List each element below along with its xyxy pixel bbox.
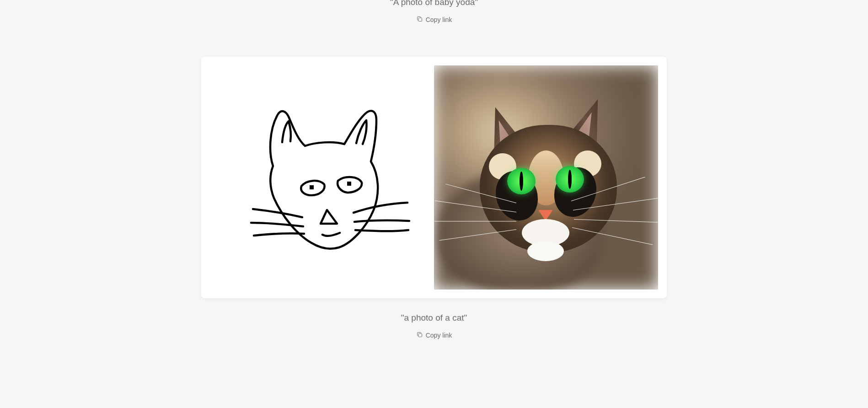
- svg-rect-1: [310, 185, 314, 189]
- copy-icon: [416, 16, 423, 24]
- image-card: [201, 57, 667, 298]
- copy-link-button-top[interactable]: Copy link: [416, 16, 452, 24]
- copy-link-label: Copy link: [426, 332, 452, 339]
- svg-rect-3: [418, 333, 422, 337]
- image-caption-yoda: "A photo of baby yoda": [390, 0, 478, 7]
- image-caption-cat: "a photo of a cat": [401, 313, 467, 323]
- copy-link-button-bottom[interactable]: Copy link: [416, 331, 452, 339]
- copy-link-label: Copy link: [426, 16, 452, 23]
- sketch-image[interactable]: [210, 65, 434, 290]
- svg-rect-2: [347, 182, 351, 186]
- image-pair: [210, 65, 658, 290]
- generated-image[interactable]: [434, 65, 658, 290]
- copy-icon: [416, 331, 423, 339]
- svg-rect-0: [418, 18, 422, 21]
